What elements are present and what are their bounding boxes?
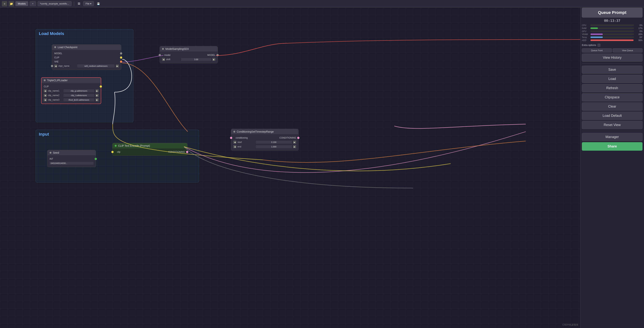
input-title: Input (36, 130, 199, 139)
temp-value: 28° (635, 36, 642, 38)
clip3-next[interactable]: ▶ (96, 98, 98, 101)
clipspace-btn[interactable]: Clipspace (582, 93, 642, 101)
queue-front-btn[interactable]: Queue Front (582, 48, 612, 53)
clip3-value[interactable]: t5xxl_fp16.safetensors (64, 98, 94, 101)
end-label: end (238, 145, 254, 148)
models-tab[interactable]: Models (16, 1, 28, 6)
triple-clip-node[interactable]: TripleCLIPLoader CLIP ◀ clip_name1 clip_… (41, 77, 101, 104)
model-sampling-title: ModelSamplingSD3 (166, 47, 189, 50)
model-sampling-node[interactable]: ModelSamplingSD3 model MODEL ◀ shift 3.0… (160, 46, 218, 63)
int-out-row: INT (47, 157, 96, 161)
clip-output-label: CLIP (54, 56, 59, 59)
hdd-bar-bg (590, 40, 634, 41)
end-next[interactable]: ▶ (293, 145, 296, 148)
end-row: ◀ end 1.000 ▶ (231, 144, 298, 149)
clip2-next[interactable]: ▶ (96, 94, 98, 97)
conditioning-out-label: CONDITIONING (168, 151, 185, 153)
file-tab[interactable]: *comfy_example_workflo... (38, 1, 72, 6)
folder-icon[interactable]: 📁 (9, 1, 14, 7)
extra-options-checkbox[interactable] (598, 44, 600, 47)
conditioning-output-sock[interactable] (186, 151, 188, 153)
node-dot (54, 46, 56, 48)
int-out-label: INT (50, 157, 53, 160)
right-panel: ⠿ Queue size: 0 ⚙ ✕ Queue Prompt 00:13:3… (580, 0, 644, 328)
start-prev[interactable]: ◀ (234, 141, 236, 144)
bottom-right-text: CSDIY机器视觉 (562, 323, 578, 326)
vae-output-socket[interactable] (120, 61, 122, 63)
timer-display: 00:13:37 (582, 19, 642, 23)
clear-btn[interactable]: Clear (582, 102, 642, 111)
manager-btn[interactable]: Manager (582, 133, 642, 141)
clip3-label: clip_name3 (48, 99, 62, 101)
ram-stat-row: RAM 17% (582, 27, 642, 30)
seed-body: INT 0451040514030... (47, 155, 96, 167)
clip2-prev[interactable]: ◀ (44, 94, 47, 97)
clip3-prev[interactable]: ◀ (44, 98, 47, 101)
clip-input-sock[interactable] (111, 151, 114, 153)
cond-in-label: conditioning (236, 136, 248, 139)
ckpt-name-value[interactable]: sd3_medium.safetensors (77, 65, 115, 68)
cond-input-sock[interactable] (230, 137, 232, 139)
conditioning-timestep-node[interactable]: ConditioningSetTimestepRange conditionin… (231, 129, 298, 151)
hdd-label: HDD (582, 39, 589, 41)
ckpt-input-socket[interactable] (51, 65, 53, 67)
ckpt-prev-btn[interactable]: ◀ (54, 65, 57, 68)
load-default-btn[interactable]: Load Default (582, 112, 642, 120)
clip-text-dot (115, 145, 116, 147)
clip-text-header: CLIP Text Encode (Prompt) (112, 143, 187, 148)
view-history-btn[interactable]: View History (582, 54, 642, 62)
save-btn[interactable]: Save (582, 66, 642, 74)
model-out-label: MODEL (207, 54, 215, 56)
clip3-row: ◀ clip_name3 t5xxl_fp16.safetensors ▶ (42, 98, 101, 102)
queue-prompt-button[interactable]: Queue Prompt (582, 8, 642, 18)
shift-next[interactable]: ▶ (212, 58, 215, 61)
start-value[interactable]: 0.100 (256, 141, 292, 144)
shift-prev[interactable]: ◀ (162, 58, 165, 61)
menu-icon[interactable]: ≡ (2, 1, 7, 7)
divider1 (582, 64, 642, 64)
toolbar: ≡ 📁 Models + *comfy_example_workflo... 🖼… (0, 0, 644, 8)
add-tab[interactable]: + (30, 1, 36, 6)
clip1-value[interactable]: clip_g.safetensors (64, 89, 94, 92)
seed-value[interactable]: 0451040514030... (50, 162, 94, 165)
clip2-row: ◀ clip_name2 clip_l.safetensors ▶ (42, 93, 101, 98)
clip-out-row: CLIP (42, 84, 101, 89)
model-input-socket[interactable] (159, 54, 161, 56)
view-queue-btn[interactable]: View Queue (613, 48, 643, 53)
end-value[interactable]: 1.000 (256, 145, 292, 148)
cond-timestep-dot (234, 131, 235, 133)
seed-node[interactable]: Seed INT 0451040514030... (47, 150, 96, 167)
model-output-socket[interactable] (120, 52, 122, 55)
start-next[interactable]: ▶ (293, 141, 296, 144)
load-checkpoint-node[interactable]: Load Checkpoint MODEL CLIP VAE ◀ ckpt_na… (52, 44, 121, 70)
load-btn[interactable]: Load (582, 75, 642, 83)
clip1-next[interactable]: ▶ (96, 89, 98, 92)
extra-options-row: Extra options (582, 43, 642, 47)
triple-clip-output-socket[interactable] (100, 85, 102, 88)
temp-stat-row: Temp 28° (582, 36, 642, 39)
clip2-value[interactable]: clip_l.safetensors (64, 94, 94, 97)
shift-value[interactable]: 3.00 (181, 58, 211, 61)
model-output-socket-sampling[interactable] (216, 54, 219, 56)
temp-bar (590, 37, 603, 38)
input-group: Input Seed INT 0451040514030... (36, 130, 199, 183)
clip-output-socket[interactable] (120, 56, 122, 59)
save-icon-btn[interactable]: 💾 (96, 2, 102, 6)
vram-bar-bg (590, 34, 634, 35)
clip1-prev[interactable]: ◀ (44, 89, 47, 92)
refresh-btn[interactable]: Refresh (582, 84, 642, 92)
clip1-row: ◀ clip_name1 clip_g.safetensors ▶ (42, 89, 101, 93)
share-btn[interactable]: Share (582, 142, 642, 151)
reset-view-btn[interactable]: Reset View (582, 121, 642, 129)
int-output-socket[interactable] (95, 158, 97, 160)
ram-bar (590, 28, 598, 29)
clip-text-node[interactable]: CLIP Text Encode (Prompt) clip CONDITION… (112, 143, 188, 156)
file-menu-btn[interactable]: File ▾ (83, 1, 94, 6)
ckpt-next-btn[interactable]: ▶ (116, 65, 119, 68)
clip-input-row: clip CONDITIONING (112, 150, 187, 154)
clip1-label: clip_name1 (48, 90, 62, 92)
end-prev[interactable]: ◀ (234, 145, 236, 148)
cond-output-sock[interactable] (297, 137, 300, 139)
model-sampling-body: model MODEL ◀ shift 3.00 ▶ (160, 52, 218, 63)
image-btn[interactable]: 🖼 (76, 2, 82, 6)
